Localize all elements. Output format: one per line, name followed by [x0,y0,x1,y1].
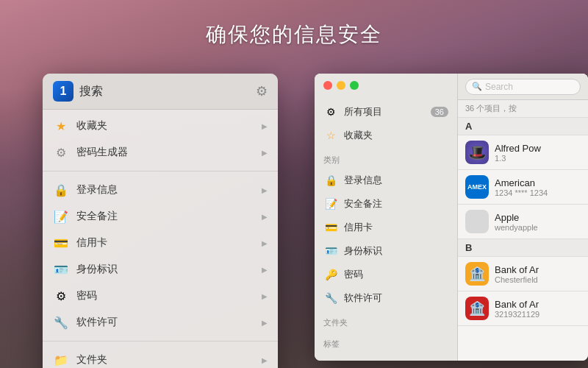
sidebar-item-all[interactable]: ⚙ 所有项目 36 [315,100,457,124]
sidebar-label: 密码 [344,268,448,281]
software-icon: 🔧 [53,314,69,330]
item-title: Bank of Ar [495,264,581,275]
menu-item-label: 信用卡 [76,236,262,250]
app-icon-apple [465,210,489,233]
items-list: A 🎩 Alfred Pow 1.3 AMEX American 1234 **… [458,118,588,361]
menu-item-folders[interactable]: 📁 文件夹 ▶ [43,347,278,368]
chevron-right-icon: ▶ [262,266,268,274]
list-item[interactable]: AMEX American 1234 **** 1234 [458,170,588,205]
traffic-lights [323,81,359,90]
menu-section-bottom: 📁 文件夹 ▶ 🏷 标签 ▶ [43,344,278,368]
menu-section-main: 🔒 登录信息 ▶ 📝 安全备注 ▶ 💳 信用卡 ▶ 🪪 身份标识 ▶ ⚙ 密码 … [43,174,278,339]
sidebar-label: 信用卡 [344,221,448,234]
menu-section-top: ★ 收藏夹 ▶ ⚙ 密码生成器 ▶ [43,110,278,169]
app-window: ⚙ 所有项目 36 ☆ 收藏夹 类别 🔒 登录信息 📝 安全备注 💳 信用卡 🪪… [315,74,588,361]
sidebar-section-tags: 标签 [315,331,457,353]
close-button[interactable] [323,81,332,90]
chevron-right-icon: ▶ [262,356,268,364]
app-sidebar: ⚙ 所有项目 36 ☆ 收藏夹 类别 🔒 登录信息 📝 安全备注 💳 信用卡 🪪… [315,74,458,361]
app-icon-bank-yellow: 🏦 [465,262,489,286]
app-content: 🔍 Search 36 个项目，按 A 🎩 Alfred Pow 1.3 AME… [458,74,588,361]
menu-panel: 1 搜索 ⚙ ★ 收藏夹 ▶ ⚙ 密码生成器 ▶ 🔒 登录信息 ▶ 📝 安全备注… [43,74,278,368]
item-count-badge: 36 [431,107,448,117]
sidebar-item-passwords[interactable]: 🔑 密码 [315,263,457,286]
chevron-right-icon: ▶ [262,213,268,221]
menu-item-label: 文件夹 [76,353,262,367]
menu-item-notes[interactable]: 📝 安全备注 ▶ [43,203,278,230]
note-icon: 📝 [323,197,338,211]
sidebar-item-identity[interactable]: 🪪 身份标识 [315,239,457,263]
list-item[interactable]: 🎩 Alfred Pow 1.3 [458,135,588,170]
menu-item-label: 登录信息 [76,183,262,197]
note-icon: 📝 [53,208,69,224]
sidebar-label: 安全备注 [344,197,448,210]
menu-item-label: 密码生成器 [76,146,262,159]
minimize-button[interactable] [337,81,345,90]
chevron-right-icon: ▶ [262,319,268,327]
item-info: Alfred Pow 1.3 [495,143,581,163]
menu-divider [43,171,278,171]
id-icon: 🪪 [323,244,338,258]
password-icon: ⚙ [53,288,69,304]
menu-item-credit-cards[interactable]: 💳 信用卡 ▶ [43,230,278,256]
sidebar-section-folders: 文件夹 [315,310,457,331]
menu-item-software[interactable]: 🔧 软件许可 ▶ [43,309,278,336]
menu-header: 1 搜索 ⚙ [43,74,278,110]
key-icon: 🔑 [323,267,338,282]
chevron-right-icon: ▶ [262,186,268,194]
app-icon-amex: AMEX [465,175,489,199]
lock-icon: 🔒 [53,182,69,198]
section-header-a: A [458,118,588,135]
sidebar-item-cards[interactable]: 💳 信用卡 [315,216,457,239]
menu-item-passwords[interactable]: ⚙ 密码 ▶ [43,283,278,309]
menu-item-label: 软件许可 [76,316,262,329]
app-icon-bank-red: 🏦 [465,297,489,320]
item-subtitle: 1.3 [495,154,581,163]
item-info: American 1234 **** 1234 [495,177,581,197]
sidebar-item-favorites[interactable]: ☆ 收藏夹 [315,124,457,147]
gear-icon[interactable]: ⚙ [256,83,268,99]
app-icon-alfred: 🎩 [465,141,489,164]
item-subtitle: wendyapple [495,223,581,232]
star-icon: ☆ [323,128,338,143]
item-subtitle: Chesterfield [495,275,581,284]
list-item[interactable]: 🏦 Bank of Ar 3219321129 [458,291,588,326]
maximize-button[interactable] [350,81,359,90]
page-title: 确保您的信息安全 [0,21,588,49]
chevron-right-icon: ▶ [262,239,268,247]
onepassword-icon: 1 [53,81,74,102]
grid-icon: ⚙ [323,105,338,119]
menu-item-label: 密码 [76,289,262,302]
card-icon: 💳 [323,220,338,235]
chevron-right-icon: ▶ [262,292,268,300]
lock-icon: 🔒 [323,173,338,188]
item-title: Apple [495,212,581,223]
list-item[interactable]: Apple wendyapple [458,205,588,239]
id-icon: 🪪 [53,261,69,277]
item-subtitle: 1234 **** 1234 [495,188,581,197]
menu-item-favorites[interactable]: ★ 收藏夹 ▶ [43,113,278,139]
sidebar-section-audit: 安全审查 [315,353,457,361]
sidebar-label: 登录信息 [344,174,448,187]
sidebar-item-software[interactable]: 🔧 软件许可 [315,286,457,310]
sidebar-label: 所有项目 [344,105,431,118]
item-title: American [495,177,581,188]
folder-icon: 📁 [53,352,69,368]
list-item[interactable]: 🏦 Bank of Ar Chesterfield [458,257,588,291]
search-bar[interactable]: 🔍 Search [465,79,581,95]
star-icon: ★ [53,118,69,134]
chevron-right-icon: ▶ [262,149,268,157]
software-icon: 🔧 [323,291,338,305]
menu-item-label: 安全备注 [76,210,262,223]
menu-item-password-gen[interactable]: ⚙ 密码生成器 ▶ [43,139,278,166]
sidebar-item-logins[interactable]: 🔒 登录信息 [315,169,457,192]
sidebar-item-notes[interactable]: 📝 安全备注 [315,192,457,216]
menu-item-logins[interactable]: 🔒 登录信息 ▶ [43,177,278,203]
menu-item-label: 收藏夹 [76,119,262,132]
menu-divider [43,341,278,342]
sidebar-label: 收藏夹 [344,129,448,142]
menu-item-identity[interactable]: 🪪 身份标识 ▶ [43,256,278,283]
section-header-b: B [458,239,588,257]
sidebar-section-categories: 类别 [315,147,457,169]
menu-item-label: 身份标识 [76,263,262,276]
